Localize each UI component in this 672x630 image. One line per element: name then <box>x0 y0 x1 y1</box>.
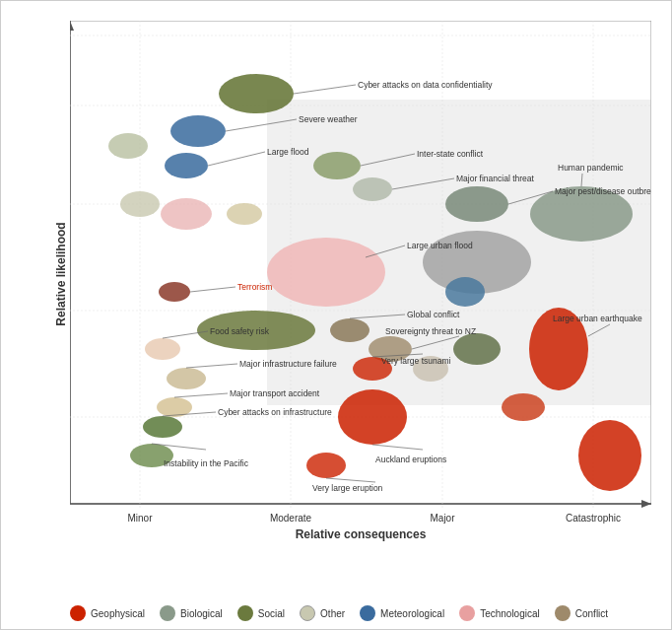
svg-point-52 <box>143 416 182 438</box>
legend-label-technological: Technological <box>480 608 540 619</box>
legend-item-social: Social <box>237 605 285 621</box>
svg-point-31 <box>353 177 392 201</box>
svg-point-27 <box>170 115 226 147</box>
svg-point-45 <box>453 333 501 365</box>
svg-text:Very large tsunami: Very large tsunami <box>381 356 451 366</box>
legend-color-geophysical <box>70 605 86 621</box>
svg-text:Inter-state conflict: Inter-state conflict <box>417 149 484 159</box>
svg-point-51 <box>502 393 545 421</box>
svg-text:Large urban earthquake: Large urban earthquake <box>553 314 642 323</box>
legend-label-other: Other <box>320 608 345 619</box>
svg-point-39 <box>159 282 190 302</box>
y-axis-label: Relative likelihood <box>54 222 68 325</box>
svg-point-32 <box>120 191 160 217</box>
chart-container: Relative likelihood At least once... <box>0 0 672 630</box>
legend-color-meteorological <box>360 605 375 621</box>
svg-text:Minor: Minor <box>127 513 153 524</box>
svg-point-44 <box>145 338 180 360</box>
svg-point-29 <box>165 153 208 178</box>
svg-point-48 <box>167 368 206 389</box>
legend-color-biological <box>160 605 175 621</box>
svg-text:Major financial threat: Major financial threat <box>456 174 535 183</box>
svg-text:Food safety risk: Food safety risk <box>210 326 270 336</box>
svg-text:Moderate: Moderate <box>270 513 312 524</box>
chart-svg: At least once... ...a year ...a decade .… <box>70 21 651 543</box>
svg-point-40 <box>445 277 485 307</box>
svg-text:Major infrastructure failure: Major infrastructure failure <box>239 359 337 369</box>
legend-label-conflict: Conflict <box>575 608 608 619</box>
svg-point-41 <box>330 318 370 342</box>
legend-label-social: Social <box>258 608 285 619</box>
svg-point-26 <box>219 74 294 113</box>
svg-text:Major: Major <box>430 513 455 524</box>
svg-point-50 <box>338 389 407 445</box>
legend-item-biological: Biological <box>160 605 223 621</box>
legend-color-conflict <box>555 605 571 621</box>
svg-text:Major pest/disease outbreak: Major pest/disease outbreak <box>555 186 651 196</box>
svg-text:Sovereignty threat to NZ: Sovereignty threat to NZ <box>385 326 476 336</box>
legend: Geophysical Biological Social Other Mete… <box>70 605 651 621</box>
svg-text:Auckland eruptions: Auckland eruptions <box>375 455 446 464</box>
svg-text:Cyber attacks on infrastructur: Cyber attacks on infrastructure <box>218 407 332 417</box>
chart-area: At least once... ...a year ...a decade .… <box>70 21 651 543</box>
svg-text:Catastrophic: Catastrophic <box>566 513 621 524</box>
svg-text:Global conflict: Global conflict <box>407 310 460 319</box>
svg-text:Very large eruption: Very large eruption <box>312 483 383 493</box>
svg-point-33 <box>227 203 262 225</box>
svg-text:Human pandemic: Human pandemic <box>558 163 624 173</box>
legend-color-other <box>300 605 315 621</box>
legend-item-meteorological: Meteorological <box>360 605 444 621</box>
legend-item-other: Other <box>300 605 345 621</box>
svg-text:Terrorism: Terrorism <box>237 282 272 292</box>
svg-text:Major transport accident: Major transport accident <box>230 388 320 398</box>
svg-text:Instability in the Pacific: Instability in the Pacific <box>164 458 249 468</box>
legend-item-technological: Technological <box>459 605 540 621</box>
svg-point-30 <box>313 152 361 179</box>
legend-label-biological: Biological <box>180 608 223 619</box>
svg-point-54 <box>306 453 346 478</box>
legend-item-conflict: Conflict <box>555 605 608 621</box>
legend-label-geophysical: Geophysical <box>91 608 145 619</box>
svg-point-37 <box>267 238 385 307</box>
legend-item-geophysical: Geophysical <box>70 605 145 621</box>
svg-text:Large flood: Large flood <box>267 147 309 157</box>
svg-point-28 <box>108 133 148 159</box>
svg-point-34 <box>161 198 212 230</box>
svg-text:Cyber attacks on data confiden: Cyber attacks on data confidentiality <box>358 80 493 90</box>
svg-text:Relative consequences: Relative consequences <box>296 527 427 541</box>
svg-point-55 <box>578 420 641 491</box>
svg-point-35 <box>445 186 508 222</box>
svg-text:Severe weather: Severe weather <box>299 114 358 124</box>
legend-color-technological <box>459 605 475 621</box>
svg-text:Large urban flood: Large urban flood <box>407 241 473 250</box>
legend-color-social <box>237 605 253 621</box>
legend-label-meteorological: Meteorological <box>380 608 444 619</box>
